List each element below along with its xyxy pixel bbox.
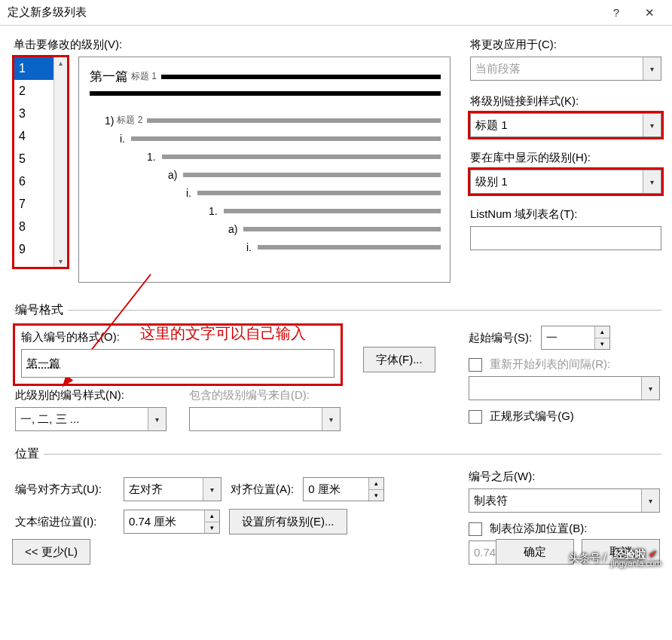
number-style-select[interactable]: 一, 二, 三 ... ▾ [15, 407, 166, 431]
align-label: 编号对齐方式(U): [15, 482, 115, 497]
align-value: 左对齐 [129, 482, 163, 497]
preview-bar [131, 136, 441, 141]
start-at-value: 一 [542, 326, 594, 349]
preview-bar [183, 173, 441, 177]
chevron-down-icon: ▾ [322, 408, 340, 430]
level-list-scrollbar[interactable]: ▴ ▾ [53, 57, 67, 267]
set-all-levels-button[interactable]: 设置所有级别(E)... [229, 509, 347, 534]
align-at-value: 0 厘米 [304, 478, 368, 501]
restart-label: 重新开始列表的间隔(R): [490, 357, 610, 370]
spinner-down-icon[interactable]: ▾ [595, 338, 609, 350]
close-button[interactable]: ✕ [633, 2, 666, 23]
spinner-up-icon[interactable]: ▴ [595, 326, 609, 338]
preview-l4-num: 1. [147, 151, 156, 163]
font-button[interactable]: 字体(F)... [363, 347, 435, 372]
chevron-down-icon: ▾ [643, 57, 661, 80]
less-button[interactable]: << 更少(L) [12, 539, 90, 565]
preview-bar [224, 209, 441, 213]
chevron-down-icon: ▾ [641, 489, 659, 512]
preview-l9-num: i. [246, 241, 252, 253]
close-icon: ✕ [645, 6, 655, 20]
spinner-up-icon[interactable]: ▴ [205, 510, 219, 522]
level-list-label: 单击要修改的级别(V): [14, 38, 451, 52]
scroll-up-icon: ▴ [59, 59, 63, 67]
watermark-prefix: 头条号 / [569, 552, 606, 565]
gallery-level-label: 要在库中显示的级别(H): [470, 151, 661, 165]
chevron-down-icon: ▾ [643, 170, 661, 193]
enter-format-input[interactable]: 第一篇 [21, 349, 334, 378]
preview-bar [161, 75, 441, 79]
gallery-level-select[interactable]: 级别 1 ▾ [470, 170, 661, 194]
spinner-up-icon[interactable]: ▴ [369, 478, 383, 490]
number-style-label: 此级别的编号样式(N): [15, 388, 166, 403]
number-style-value: 一, 二, 三 ... [20, 412, 79, 427]
preview-l5-num: a) [168, 169, 177, 181]
preview-bar [258, 245, 441, 250]
start-at-label: 起始编号(S): [469, 331, 532, 345]
include-level-label: 包含的级别编号来自(D): [189, 388, 341, 403]
link-style-select[interactable]: 标题 1 ▾ [470, 113, 661, 137]
watermark: 头条号 / 经验啦 ✔ jingyanla.com [569, 549, 661, 568]
legal-checkbox[interactable] [469, 410, 482, 424]
include-level-select[interactable]: ▾ [189, 407, 341, 431]
chevron-down-icon: ▾ [641, 377, 659, 400]
preview-l3-num: i. [120, 133, 125, 145]
restart-checkbox[interactable] [469, 358, 482, 372]
preview-bar [90, 91, 441, 96]
help-icon: ? [613, 6, 619, 19]
preview-l1-num: 第一篇 [90, 68, 128, 85]
chevron-down-icon: ▾ [643, 114, 661, 136]
enter-format-label: 输入编号的格式(O): [21, 330, 334, 344]
restart-select[interactable]: ▾ [469, 376, 660, 400]
listnum-input[interactable] [470, 226, 661, 250]
chevron-down-icon: ▾ [203, 478, 221, 501]
link-style-value: 标题 1 [475, 118, 508, 133]
scroll-down-icon: ▾ [59, 257, 63, 265]
position-legend: 位置 [15, 446, 44, 462]
follow-select[interactable]: 制表符 ▾ [469, 488, 660, 513]
number-format-legend: 编号格式 [15, 302, 68, 318]
preview-l7-num: 1. [209, 205, 218, 217]
legal-label: 正规形式编号(G) [490, 409, 574, 422]
enter-format-value: 第一篇 [26, 357, 60, 371]
follow-value: 制表符 [474, 494, 508, 508]
level-listbox[interactable]: 1 2 3 4 5 6 7 8 9 ▴ ▾ [14, 57, 68, 268]
align-at-label: 对齐位置(A): [231, 482, 294, 497]
follow-label: 编号之后(W): [469, 470, 660, 484]
link-style-label: 将级别链接到样式(K): [470, 94, 661, 109]
align-select[interactable]: 左对齐 ▾ [124, 477, 221, 501]
spinner-down-icon[interactable]: ▾ [205, 522, 219, 534]
chevron-down-icon: ▾ [148, 408, 166, 430]
list-preview: 第一篇标题 1 1)标题 2 i. 1. a) i. 1. a) i. [78, 57, 451, 283]
preview-bar [243, 227, 441, 231]
ok-button[interactable]: 确定 [496, 539, 574, 565]
preview-bar [162, 155, 441, 159]
preview-l6-num: i. [186, 187, 191, 199]
spinner-down-icon[interactable]: ▾ [369, 490, 383, 501]
preview-l2-heading: 标题 2 [117, 114, 142, 127]
preview-l1-heading: 标题 1 [131, 70, 157, 83]
indent-spinner[interactable]: 0.74 厘米 ▴▾ [124, 510, 220, 534]
watermark-url: jingyanla.com [611, 559, 661, 568]
preview-bar [197, 191, 441, 195]
gallery-level-value: 级别 1 [475, 175, 508, 189]
window-title: 定义新多级列表 [8, 5, 600, 20]
tab-stop-checkbox[interactable] [469, 522, 482, 536]
align-at-spinner[interactable]: 0 厘米 ▴▾ [303, 477, 384, 501]
listnum-label: ListNum 域列表名(T): [470, 207, 661, 222]
preview-l8-num: a) [228, 223, 237, 235]
apply-to-value: 当前段落 [475, 62, 521, 76]
preview-bar [147, 118, 441, 123]
tab-stop-label: 制表位添加位置(B): [490, 522, 587, 534]
apply-to-label: 将更改应用于(C): [470, 38, 661, 52]
indent-value: 0.74 厘米 [124, 510, 204, 533]
preview-l2-num: 1) [105, 115, 114, 127]
indent-label: 文本缩进位置(I): [15, 515, 115, 529]
help-button[interactable]: ? [600, 2, 633, 23]
start-at-spinner[interactable]: 一 ▴▾ [541, 326, 610, 350]
apply-to-select[interactable]: 当前段落 ▾ [470, 57, 661, 81]
